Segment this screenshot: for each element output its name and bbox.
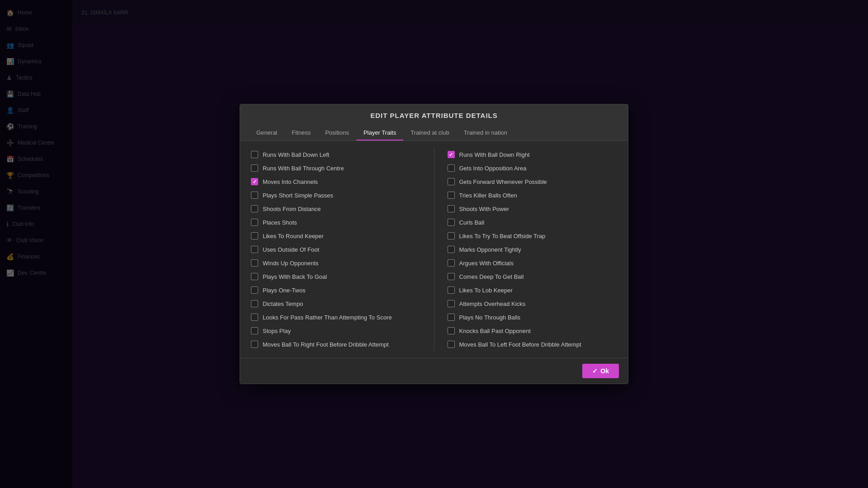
trait-row-left-traits-2[interactable]: Moves Into Channels — [249, 175, 423, 188]
trait-checkbox-left-traits-14[interactable] — [251, 341, 258, 348]
trait-label-right-traits-8: Argues With Officials — [459, 260, 514, 267]
tab-trained-at-club[interactable]: Trained at club — [403, 126, 457, 141]
traits-divider — [434, 148, 434, 351]
tab-player-traits[interactable]: Player Traits — [356, 126, 403, 141]
trait-label-left-traits-7: Uses Outside Of Foot — [263, 246, 319, 253]
trait-row-right-traits-10[interactable]: Likes To Lob Keeper — [446, 284, 619, 296]
trait-row-left-traits-11[interactable]: Dictates Tempo — [249, 297, 423, 310]
trait-label-right-traits-1: Gets Into Opposition Area — [459, 165, 527, 172]
trait-label-right-traits-5: Curls Ball — [459, 219, 485, 226]
trait-label-left-traits-1: Runs With Ball Through Centre — [263, 165, 344, 172]
trait-checkbox-right-traits-1[interactable] — [448, 164, 455, 172]
modal-title: EDIT PLAYER ATTRIBUTE DETAILS — [249, 112, 619, 119]
right-traits-column: Runs With Ball Down RightGets Into Oppos… — [446, 148, 619, 351]
trait-label-left-traits-4: Shoots From Distance — [263, 206, 321, 212]
left-traits-column: Runs With Ball Down LeftRuns With Ball T… — [249, 148, 423, 351]
trait-row-right-traits-4[interactable]: Shoots With Power — [446, 202, 619, 215]
trait-checkbox-right-traits-10[interactable] — [448, 286, 455, 294]
trait-checkbox-left-traits-1[interactable] — [251, 164, 258, 172]
trait-row-right-traits-7[interactable]: Marks Opponent Tightly — [446, 243, 619, 256]
trait-label-left-traits-13: Stops Play — [263, 328, 291, 334]
trait-row-right-traits-12[interactable]: Plays No Through Balls — [446, 311, 619, 324]
trait-row-right-traits-8[interactable]: Argues With Officials — [446, 257, 619, 269]
trait-row-right-traits-11[interactable]: Attempts Overhead Kicks — [446, 297, 619, 310]
trait-checkbox-right-traits-11[interactable] — [448, 300, 455, 307]
trait-label-left-traits-3: Plays Short Simple Passes — [263, 192, 333, 199]
tab-positions[interactable]: Positions — [318, 126, 356, 141]
trait-checkbox-right-traits-9[interactable] — [448, 273, 455, 280]
tab-trained-in-nation[interactable]: Trained in nation — [457, 126, 514, 141]
trait-row-right-traits-3[interactable]: Tries Killer Balls Often — [446, 189, 619, 202]
trait-row-left-traits-10[interactable]: Plays One-Twos — [249, 284, 423, 296]
trait-checkbox-left-traits-4[interactable] — [251, 205, 258, 212]
trait-label-left-traits-8: Winds Up Opponents — [263, 260, 319, 267]
trait-row-right-traits-6[interactable]: Likes To Try To Beat Offside Trap — [446, 230, 619, 242]
trait-row-right-traits-14[interactable]: Moves Ball To Left Foot Before Dribble A… — [446, 338, 619, 351]
trait-checkbox-right-traits-4[interactable] — [448, 205, 455, 212]
trait-row-left-traits-12[interactable]: Looks For Pass Rather Than Attempting To… — [249, 311, 423, 324]
trait-checkbox-right-traits-0[interactable] — [448, 151, 455, 158]
trait-checkbox-right-traits-3[interactable] — [448, 192, 455, 199]
trait-checkbox-left-traits-9[interactable] — [251, 273, 258, 280]
trait-row-left-traits-6[interactable]: Likes To Round Keeper — [249, 230, 423, 242]
trait-label-left-traits-5: Places Shots — [263, 219, 297, 226]
trait-checkbox-left-traits-13[interactable] — [251, 327, 258, 334]
trait-row-right-traits-0[interactable]: Runs With Ball Down Right — [446, 148, 619, 161]
trait-checkbox-right-traits-7[interactable] — [448, 246, 455, 253]
trait-label-right-traits-13: Knocks Ball Past Opponent — [459, 328, 531, 334]
trait-row-left-traits-0[interactable]: Runs With Ball Down Left — [249, 148, 423, 161]
trait-checkbox-right-traits-6[interactable] — [448, 232, 455, 239]
trait-checkbox-left-traits-5[interactable] — [251, 219, 258, 226]
trait-checkbox-right-traits-12[interactable] — [448, 314, 455, 321]
trait-row-right-traits-5[interactable]: Curls Ball — [446, 216, 619, 229]
trait-label-right-traits-11: Attempts Overhead Kicks — [459, 300, 526, 307]
modal-body: Runs With Ball Down LeftRuns With Ball T… — [240, 141, 628, 358]
trait-label-left-traits-2: Moves Into Channels — [263, 178, 318, 185]
trait-row-right-traits-2[interactable]: Gets Forward Whenever Possible — [446, 175, 619, 188]
trait-checkbox-left-traits-7[interactable] — [251, 246, 258, 253]
trait-checkbox-right-traits-2[interactable] — [448, 178, 455, 185]
trait-row-left-traits-13[interactable]: Stops Play — [249, 324, 423, 337]
trait-checkbox-right-traits-5[interactable] — [448, 219, 455, 226]
trait-label-left-traits-14: Moves Ball To Right Foot Before Dribble … — [263, 341, 389, 348]
trait-checkbox-left-traits-2[interactable] — [251, 178, 258, 185]
trait-row-right-traits-13[interactable]: Knocks Ball Past Opponent — [446, 324, 619, 337]
trait-row-left-traits-1[interactable]: Runs With Ball Through Centre — [249, 162, 423, 174]
trait-checkbox-left-traits-8[interactable] — [251, 259, 258, 267]
trait-label-right-traits-6: Likes To Try To Beat Offside Trap — [459, 233, 546, 239]
tab-general[interactable]: General — [249, 126, 284, 141]
trait-label-right-traits-3: Tries Killer Balls Often — [459, 192, 517, 199]
modal-backdrop: EDIT PLAYER ATTRIBUTE DETAILS GeneralFit… — [0, 0, 868, 488]
trait-checkbox-left-traits-11[interactable] — [251, 300, 258, 307]
trait-label-right-traits-7: Marks Opponent Tightly — [459, 246, 521, 253]
trait-checkbox-left-traits-3[interactable] — [251, 192, 258, 199]
trait-checkbox-right-traits-14[interactable] — [448, 341, 455, 348]
trait-row-left-traits-8[interactable]: Winds Up Opponents — [249, 257, 423, 269]
trait-label-right-traits-10: Likes To Lob Keeper — [459, 287, 513, 294]
trait-label-right-traits-12: Plays No Through Balls — [459, 314, 521, 321]
trait-checkbox-left-traits-10[interactable] — [251, 286, 258, 294]
trait-checkbox-left-traits-0[interactable] — [251, 151, 258, 158]
modal-header: EDIT PLAYER ATTRIBUTE DETAILS GeneralFit… — [240, 104, 628, 141]
trait-row-left-traits-14[interactable]: Moves Ball To Right Foot Before Dribble … — [249, 338, 423, 351]
trait-row-left-traits-7[interactable]: Uses Outside Of Foot — [249, 243, 423, 256]
trait-row-left-traits-9[interactable]: Plays With Back To Goal — [249, 270, 423, 283]
trait-checkbox-right-traits-8[interactable] — [448, 259, 455, 267]
trait-label-left-traits-0: Runs With Ball Down Left — [263, 151, 329, 158]
trait-label-left-traits-11: Dictates Tempo — [263, 300, 303, 307]
trait-checkbox-right-traits-13[interactable] — [448, 327, 455, 334]
trait-label-left-traits-9: Plays With Back To Goal — [263, 273, 327, 280]
trait-label-right-traits-14: Moves Ball To Left Foot Before Dribble A… — [459, 341, 581, 348]
trait-row-left-traits-4[interactable]: Shoots From Distance — [249, 202, 423, 215]
trait-row-left-traits-3[interactable]: Plays Short Simple Passes — [249, 189, 423, 202]
trait-row-right-traits-1[interactable]: Gets Into Opposition Area — [446, 162, 619, 174]
trait-checkbox-left-traits-12[interactable] — [251, 314, 258, 321]
ok-label: Ok — [600, 367, 609, 375]
trait-label-right-traits-0: Runs With Ball Down Right — [459, 151, 530, 158]
ok-button[interactable]: ✓ Ok — [582, 364, 619, 378]
trait-checkbox-left-traits-6[interactable] — [251, 232, 258, 239]
ok-checkmark: ✓ — [592, 367, 598, 375]
trait-row-left-traits-5[interactable]: Places Shots — [249, 216, 423, 229]
trait-row-right-traits-9[interactable]: Comes Deep To Get Ball — [446, 270, 619, 283]
tab-fitness[interactable]: Fitness — [284, 126, 318, 141]
